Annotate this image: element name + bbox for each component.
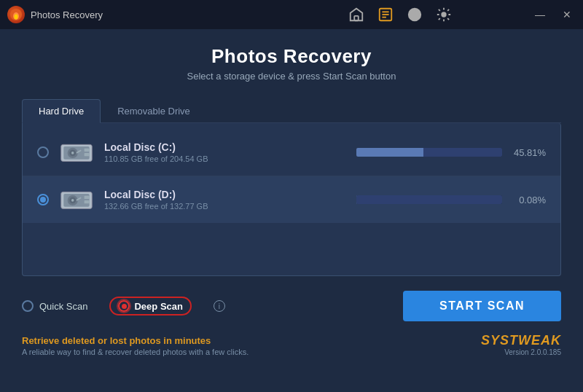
progress-bar-d [356,195,502,204]
page-subtitle: Select a storage device & press Start Sc… [187,71,396,82]
drive-item-d[interactable]: Local Disc (D:) 132.66 GB free of 132.77… [23,176,560,223]
drive-name-d: Local Disc (D:) [104,189,342,200]
title-bar-app-name: Photos Recovery [31,9,103,20]
tab-hard-drive[interactable]: Hard Drive [22,99,101,123]
drive-usage-c: 45.81% [356,147,546,158]
settings-icon[interactable] [436,7,452,23]
close-button[interactable]: ✕ [558,7,576,22]
drive-item-c[interactable]: Local Disc (C:) 110.85 GB free of 204.54… [23,129,560,176]
scan-options: Quick Scan Deep Scan i START SCAN [22,291,561,321]
drive-size-c: 110.85 GB free of 204.54 GB [104,154,342,163]
svg-rect-3 [354,16,359,20]
svg-rect-22 [85,196,90,199]
quick-scan-option[interactable]: Quick Scan [22,300,87,312]
minimize-button[interactable]: — [531,7,549,22]
brand-name: SYSTWEAK [481,333,561,348]
title-bar-controls: — ✕ [531,7,576,22]
title-bar-nav [269,7,531,23]
quick-scan-label: Quick Scan [39,301,87,312]
drive-radio-c[interactable] [37,146,49,158]
progress-bar-c [356,148,502,157]
brand-part2: TWEAK [509,333,561,348]
drive-icon-d [59,185,94,214]
main-content: Photos Recovery Select a storage device … [0,29,583,392]
drive-info-d: Local Disc (D:) 132.66 GB free of 132.77… [104,189,342,211]
svg-rect-15 [85,153,90,156]
tab-removable-drive[interactable]: Removable Drive [101,99,207,122]
app-icon [7,6,25,23]
svg-point-18 [71,152,74,154]
header: Photos Recovery Select a storage device … [187,29,396,89]
page-title: Photos Recovery [187,45,396,68]
svg-point-11 [442,12,446,17]
footer-brand: SYSTWEAK Version 2.0.0.185 [481,333,561,356]
title-bar: Photos Recovery — ✕ [0,0,583,29]
svg-rect-14 [85,149,90,152]
footer-left: Retrieve deleted or lost photos in minut… [22,335,249,356]
scan-list-icon[interactable] [377,7,394,23]
brand-part1: SYS [481,333,509,348]
drive-tabs: Hard Drive Removable Drive [22,99,561,123]
progress-used-c [356,148,423,157]
tab-container: Hard Drive Removable Drive [22,99,561,276]
quick-scan-radio[interactable] [22,300,34,312]
drive-radio-d[interactable] [37,194,49,205]
drive-percent-c: 45.81% [509,147,546,158]
drive-name-c: Local Disc (C:) [104,141,342,153]
progress-free-c [423,148,502,157]
svg-point-26 [71,199,74,202]
footer-tagline2: A reliable way to find & recover deleted… [22,348,249,356]
deep-scan-highlight[interactable]: Deep Scan [109,297,191,315]
footer: Retrieve deleted or lost photos in minut… [22,333,561,361]
drive-size-d: 132.66 GB free of 132.77 GB [104,202,342,211]
drive-percent-d: 0.08% [509,195,546,205]
brand-version: Version 2.0.0.185 [504,348,561,356]
footer-tagline1: Retrieve deleted or lost photos in minut… [22,335,249,346]
progress-free-d [356,195,502,204]
start-scan-button[interactable]: START SCAN [403,291,561,321]
svg-point-2 [15,15,18,20]
info-nav-icon[interactable] [407,7,423,23]
deep-scan-radio[interactable] [118,300,130,312]
deep-scan-label: Deep Scan [134,301,182,312]
title-bar-left: Photos Recovery [7,6,269,23]
scan-info-icon[interactable]: i [214,300,225,312]
drive-usage-d: 0.08% [356,195,546,205]
drive-info-c: Local Disc (C:) 110.85 GB free of 204.54… [104,141,342,163]
home-icon[interactable] [348,7,364,23]
drive-list: Local Disc (C:) 110.85 GB free of 204.54… [22,123,561,276]
svg-rect-23 [85,200,90,203]
drive-icon-c [59,138,94,167]
svg-point-10 [414,11,415,12]
